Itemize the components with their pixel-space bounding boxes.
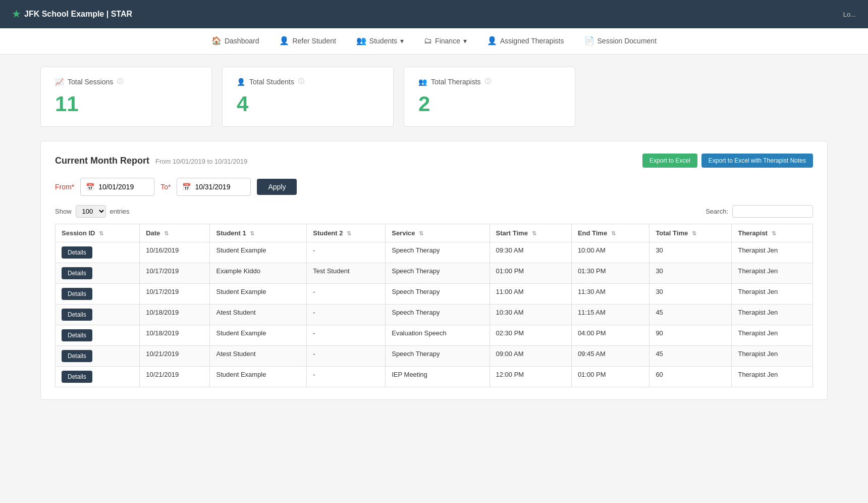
details-button-3[interactable]: Details — [62, 309, 92, 321]
brand-name: JFK School Example | STAR — [24, 10, 132, 19]
nav-refer-student-label: Refer Student — [292, 37, 336, 45]
students-info-icon: ⓘ — [298, 77, 304, 86]
search-input[interactable] — [732, 205, 813, 218]
stat-sessions-label: Total Sessions — [68, 78, 113, 86]
refer-student-icon: 👤 — [279, 36, 289, 45]
cell-details-3: Details — [56, 305, 140, 325]
col-date: Date ⇅ — [140, 224, 210, 242]
cell-service-1: Speech Therapy — [386, 263, 490, 284]
details-button-4[interactable]: Details — [62, 329, 92, 341]
col-total-time: Total Time ⇅ — [649, 224, 732, 242]
students-dropdown-icon: ▾ — [400, 37, 404, 45]
nav-dashboard-label: Dashboard — [225, 37, 259, 45]
entries-select[interactable]: 100 25 50 — [76, 205, 106, 218]
nav-students-label: Students — [369, 37, 397, 45]
cell-student2-6: - — [307, 367, 386, 387]
sort-therapist-icon[interactable]: ⇅ — [772, 230, 776, 236]
cell-therapist-0: Therapist Jen — [732, 242, 813, 263]
cell-total-time-0: 30 — [649, 242, 732, 263]
star-icon: ★ — [12, 9, 20, 20]
cell-student1-6: Student Example — [210, 367, 307, 387]
sort-student2-icon[interactable]: ⇅ — [347, 230, 351, 236]
sort-date-icon[interactable]: ⇅ — [164, 230, 169, 236]
sort-session-id-icon[interactable]: ⇅ — [99, 230, 103, 236]
session-doc-icon: 📄 — [584, 36, 594, 45]
cell-details-6: Details — [56, 367, 140, 387]
report-section: Current Month Report From 10/01/2019 to … — [40, 141, 828, 400]
cell-total-time-2: 30 — [649, 284, 732, 305]
details-button-6[interactable]: Details — [62, 371, 92, 383]
details-button-2[interactable]: Details — [62, 288, 92, 300]
details-button-0[interactable]: Details — [62, 246, 92, 259]
cell-start-time-6: 12:00 PM — [490, 367, 571, 387]
report-date-range: From 10/01/2019 to 10/31/2019 — [155, 158, 247, 165]
cell-student2-0: - — [307, 242, 386, 263]
stat-therapists-title: 👥 Total Therapists ⓘ — [418, 77, 561, 86]
cell-start-time-1: 01:00 PM — [490, 263, 571, 284]
cell-total-time-4: 90 — [649, 325, 732, 346]
nav-finance[interactable]: 🗂 Finance ▾ — [422, 28, 469, 55]
nav-assigned-therapists[interactable]: 👤 Assigned Therapists — [485, 28, 566, 55]
nav-session-document-label: Session Document — [598, 37, 657, 45]
cell-therapist-4: Therapist Jen — [732, 325, 813, 346]
sort-end-time-icon[interactable]: ⇅ — [611, 230, 616, 236]
report-header: Current Month Report From 10/01/2019 to … — [55, 154, 813, 168]
to-calendar-icon: 📅 — [182, 183, 191, 191]
nav-students[interactable]: 👥 Students ▾ — [354, 28, 406, 55]
cell-therapist-2: Therapist Jen — [732, 284, 813, 305]
sort-student1-icon[interactable]: ⇅ — [250, 230, 254, 236]
table-row: Details 10/17/2019 Student Example - Spe… — [56, 284, 813, 305]
cell-total-time-5: 45 — [649, 346, 732, 367]
data-table: Session ID ⇅ Date ⇅ Student 1 ⇅ Student … — [55, 224, 813, 387]
from-label: From* — [55, 183, 74, 191]
cell-service-3: Speech Therapy — [386, 305, 490, 325]
from-date-input[interactable] — [98, 183, 149, 191]
details-button-5[interactable]: Details — [62, 350, 92, 362]
table-body: Details 10/16/2019 Student Example - Spe… — [56, 242, 813, 387]
cell-details-1: Details — [56, 263, 140, 284]
assigned-therapists-icon: 👤 — [487, 36, 497, 45]
cell-total-time-3: 45 — [649, 305, 732, 325]
students-icon: 👥 — [356, 36, 366, 45]
cell-student1-1: Example Kiddo — [210, 263, 307, 284]
nav-session-document[interactable]: 📄 Session Document — [582, 28, 659, 55]
cell-details-4: Details — [56, 325, 140, 346]
to-date-input[interactable] — [195, 183, 245, 191]
stat-therapists-label: Total Therapists — [431, 78, 481, 86]
cell-service-2: Speech Therapy — [386, 284, 490, 305]
table-row: Details 10/18/2019 Student Example - Eva… — [56, 325, 813, 346]
logout-button[interactable]: Lo... — [843, 11, 856, 18]
export-notes-button[interactable]: Export to Excel with Therapist Notes — [701, 154, 813, 168]
stat-students-label: Total Students — [249, 78, 294, 86]
to-date-wrap: 📅 — [177, 178, 251, 196]
cell-end-time-5: 09:45 AM — [571, 346, 649, 367]
sessions-icon: 📈 — [55, 78, 64, 86]
cell-therapist-6: Therapist Jen — [732, 367, 813, 387]
stat-sessions-title: 📈 Total Sessions ⓘ — [55, 77, 197, 86]
stat-students-value: 4 — [237, 92, 379, 116]
cell-student2-1: Test Student — [307, 263, 386, 284]
details-button-1[interactable]: Details — [62, 267, 92, 279]
cell-therapist-3: Therapist Jen — [732, 305, 813, 325]
col-service: Service ⇅ — [386, 224, 490, 242]
nav-refer-student[interactable]: 👤 Refer Student — [277, 28, 338, 55]
sessions-info-icon: ⓘ — [117, 77, 123, 86]
cell-details-0: Details — [56, 242, 140, 263]
table-row: Details 10/16/2019 Student Example - Spe… — [56, 242, 813, 263]
sort-service-icon[interactable]: ⇅ — [419, 230, 423, 236]
entries-label: entries — [110, 208, 130, 215]
cell-end-time-6: 01:00 PM — [571, 367, 649, 387]
sort-start-time-icon[interactable]: ⇅ — [532, 230, 536, 236]
dashboard-icon: 🏠 — [211, 36, 222, 45]
sort-total-time-icon[interactable]: ⇅ — [692, 230, 696, 236]
filter-row: From* 📅 To* 📅 Apply — [55, 178, 813, 196]
cell-student1-5: Atest Student — [210, 346, 307, 367]
cell-total-time-1: 30 — [649, 263, 732, 284]
nav-dashboard[interactable]: 🏠 Dashboard — [209, 28, 261, 55]
apply-button[interactable]: Apply — [257, 179, 297, 195]
cell-end-time-1: 01:30 PM — [571, 263, 649, 284]
export-excel-button[interactable]: Export to Excel — [642, 154, 697, 168]
finance-dropdown-icon: ▾ — [463, 37, 467, 45]
table-header-row: Session ID ⇅ Date ⇅ Student 1 ⇅ Student … — [56, 224, 813, 242]
topbar: ★ JFK School Example | STAR Lo... — [0, 0, 868, 28]
